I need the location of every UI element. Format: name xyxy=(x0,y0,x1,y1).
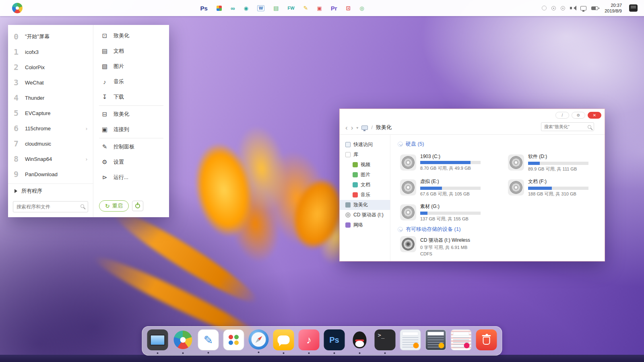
dock-browser-icon[interactable] xyxy=(249,329,269,350)
start-menu-place-documents[interactable]: ▤ 文档 xyxy=(93,43,169,59)
sidebar-label: 图片 xyxy=(361,171,370,178)
start-menu-item-115chrome[interactable]: 6 115chrome › xyxy=(8,121,93,136)
start-menu-item-icofx3[interactable]: 1 icofx3 xyxy=(8,44,93,60)
dock-window-preview-3[interactable] xyxy=(451,329,472,350)
history-dropdown-icon[interactable]: ▾ xyxy=(356,125,358,130)
removable-drive-i[interactable]: CD 驱动器 (I:) Wireless 0 字节 可用, 共 6.91 MB … xyxy=(400,236,597,256)
start-menu-item-cloudmusic[interactable]: 7 cloudmusic xyxy=(8,136,93,151)
start-search-input[interactable] xyxy=(13,201,88,212)
collapse-chevron-icon[interactable] xyxy=(398,142,403,147)
music-icon xyxy=(353,192,358,197)
start-menu-control-panel[interactable]: ✎ 控制面板 xyxy=(93,139,169,154)
collapse-chevron-icon[interactable] xyxy=(398,227,403,232)
digit-icon: 7 xyxy=(14,139,25,148)
restart-button[interactable]: ↻ 重启 xyxy=(99,200,129,212)
back-button[interactable]: ‹ xyxy=(345,124,348,131)
start-menu-item-colorpix[interactable]: 2 ColorPix xyxy=(8,60,93,75)
dock-terminal-icon[interactable]: >_ xyxy=(375,329,396,350)
status-badge-icon[interactable] xyxy=(551,6,556,10)
explorer-search-input[interactable] xyxy=(541,122,594,131)
all-programs-button[interactable]: 所有程序 xyxy=(8,183,93,198)
dock-window-preview-1[interactable] xyxy=(400,329,421,350)
section-header-removable[interactable]: 有可移动存储的设备 (1) xyxy=(398,226,597,233)
start-menu-item-winsnap64[interactable]: 8 WinSnap64 › xyxy=(8,151,93,167)
start-menu-run[interactable]: ⊳ 运行... xyxy=(93,170,169,185)
start-menu-place-pictures[interactable]: ▧ 图片 xyxy=(93,59,169,74)
monitor-red-icon[interactable]: ⊡ xyxy=(346,5,351,11)
notification-center-icon[interactable] xyxy=(629,4,638,12)
start-menu-item-wechat[interactable]: 3 WeChat xyxy=(8,75,93,90)
dock-launchpad-icon[interactable] xyxy=(223,329,244,350)
start-menu-settings[interactable]: ⚙ 设置 xyxy=(93,154,169,170)
start-menu-place-downloads[interactable]: ↧ 下载 xyxy=(93,89,169,105)
section-header-disks[interactable]: 硬盘 (5) xyxy=(398,140,597,148)
drive-d[interactable]: 软件 (D:) 89.9 GB 可用, 共 111 GB xyxy=(508,151,605,174)
window-settings-button[interactable]: ⚙ xyxy=(572,112,585,119)
start-menu-item-thunder[interactable]: 4 Thunder xyxy=(8,90,93,105)
breadcrumb[interactable]: 致美化 xyxy=(376,124,392,131)
forward-button[interactable]: › xyxy=(351,124,353,131)
dock-pencil-icon[interactable]: ✎ xyxy=(198,329,219,350)
link-icon[interactable]: ∞ xyxy=(231,5,235,11)
status-ring-icon[interactable] xyxy=(542,6,547,10)
dock-music-icon[interactable]: ♪ xyxy=(299,329,320,350)
premiere-icon[interactable]: Pr xyxy=(331,5,337,11)
app-grid-icon[interactable] xyxy=(217,6,222,11)
power-button[interactable] xyxy=(132,201,143,211)
window-close-button[interactable]: ✕ xyxy=(588,112,601,119)
sidebar-item-quick-access[interactable]: 快速访问 xyxy=(340,140,390,150)
dock-qq-icon[interactable] xyxy=(349,329,370,350)
explorer-toolbar: ‹ › ▾ / 致美化 xyxy=(345,124,392,131)
drive-capacity: 188 GB 可用, 共 310 GB xyxy=(528,191,588,197)
dock-messages-icon[interactable] xyxy=(273,329,294,350)
window-theme-button[interactable]: / xyxy=(555,112,569,119)
restart-label: 重启 xyxy=(112,202,123,210)
word-icon[interactable]: W xyxy=(257,5,264,11)
start-menu-item-evcapture[interactable]: 5 EVCapture xyxy=(8,105,93,121)
volume-icon[interactable] xyxy=(570,6,576,10)
camera-icon[interactable]: ◉ xyxy=(244,6,248,11)
dock-window-preview-2[interactable] xyxy=(425,329,446,350)
item-label: PanDownload xyxy=(25,171,58,177)
sidebar-item-this-pc[interactable]: 致美化 xyxy=(340,200,390,210)
start-menu-places: ⊡ 致美化 ▤ 文档 ▧ 图片 ♪ 音乐 ↧ 下载 ⊟ 致美化 xyxy=(93,25,169,217)
battery-icon[interactable] xyxy=(591,6,598,10)
start-menu-place-music[interactable]: ♪ 音乐 xyxy=(93,74,169,89)
sidebar-item-music[interactable]: 音乐 xyxy=(340,190,390,200)
dock-start-pinwheel-icon[interactable] xyxy=(173,329,194,350)
sidebar-item-pictures[interactable]: 图片 xyxy=(340,170,390,180)
drive-g[interactable]: 素材 (G:) 137 GB 可用, 共 155 GB xyxy=(400,201,502,224)
start-logo-icon[interactable] xyxy=(12,3,23,13)
running-dot xyxy=(182,352,184,354)
start-menu-item-pandownload[interactable]: 9 PanDownload xyxy=(8,167,93,182)
menubar-status-area: 20:37 2019/8/9 xyxy=(542,2,638,14)
start-menu-place-zhimeihua[interactable]: ⊡ 致美化 xyxy=(93,28,169,43)
sidebar-item-cd-drive[interactable]: CD 驱动器 (I:) xyxy=(340,210,390,220)
drive-c[interactable]: 1903 (C:) 8.70 GB 可用, 共 49.9 GB xyxy=(400,151,502,174)
drive-f[interactable]: 文档 (F:) 188 GB 可用, 共 310 GB xyxy=(508,176,605,199)
photoshop-icon[interactable]: Ps xyxy=(200,5,208,11)
start-menu-connect-to[interactable]: ▣ 连接到 xyxy=(93,122,169,137)
drive-e[interactable]: 虚拟 (E:) 67.6 GB 可用, 共 105 GB xyxy=(400,176,502,199)
fireworks-icon[interactable]: FW xyxy=(288,6,295,10)
computer-icon[interactable] xyxy=(361,125,368,130)
start-menu-item-start-screen[interactable]: 0 "开始"屏幕 xyxy=(8,29,93,44)
status-badge-icon[interactable] xyxy=(561,6,565,10)
sidebar-item-documents[interactable]: 文档 xyxy=(340,180,390,190)
drive-name: CD 驱动器 (I:) Wireless xyxy=(420,237,470,244)
display-red-icon[interactable]: ▣ xyxy=(317,6,322,11)
sidebar-item-videos[interactable]: 视频 xyxy=(340,160,390,170)
explorer-content: 硬盘 (5) 1903 (C:) 8.70 GB 可用, 共 49.9 GB xyxy=(390,135,605,261)
sidebar-item-libraries[interactable]: 库 xyxy=(340,150,390,160)
sidebar-label: CD 驱动器 (I:) xyxy=(353,212,384,218)
dock-photoshop-icon[interactable]: Ps xyxy=(324,329,345,350)
start-menu-place-computer[interactable]: ⊟ 致美化 xyxy=(93,107,169,122)
display-status-icon[interactable] xyxy=(580,6,586,10)
wallpaper-orange-flower xyxy=(157,103,359,292)
dock-display-icon[interactable] xyxy=(147,329,168,350)
pen-icon[interactable]: ✎ xyxy=(303,5,308,11)
document-icon[interactable]: ▤ xyxy=(273,5,279,11)
capture-icon[interactable]: ◎ xyxy=(359,6,364,11)
dock-trash-icon[interactable] xyxy=(476,329,497,350)
sidebar-item-network[interactable]: 网络 xyxy=(340,220,390,230)
